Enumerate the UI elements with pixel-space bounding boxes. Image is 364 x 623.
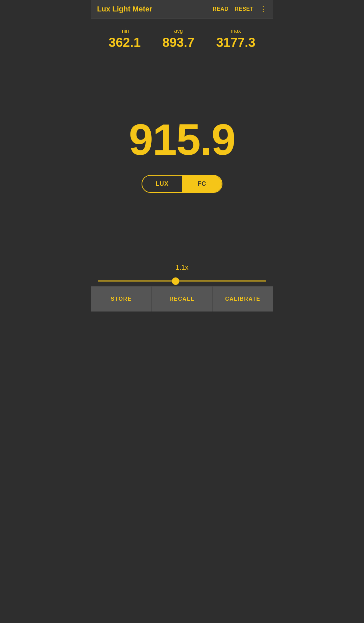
stat-min: min 362.1 [109,28,141,50]
calibration-slider[interactable] [98,280,266,281]
reset-button[interactable]: RESET [235,6,253,12]
main-reading-container: 915.9 LUX FC [91,53,273,257]
min-value: 362.1 [109,35,141,50]
fc-button[interactable]: FC [182,176,222,192]
unit-toggle: LUX FC [142,175,222,193]
read-button[interactable]: READ [213,6,229,12]
toolbar-actions: READ RESET ⋮ [213,5,267,13]
stat-max: max 3177.3 [216,28,255,50]
max-value: 3177.3 [216,35,255,50]
bottom-buttons: STORE RECALL CALIBRATE [91,286,273,312]
store-button[interactable]: STORE [91,287,152,312]
overflow-menu-button[interactable]: ⋮ [260,5,267,13]
toolbar: Lux Light Meter READ RESET ⋮ [91,0,273,19]
min-label: min [120,28,129,34]
lux-button[interactable]: LUX [142,176,182,192]
calibrate-button[interactable]: CALIBRATE [213,287,273,312]
multiplier-label: 1.1x [98,264,266,271]
avg-label: avg [174,28,183,34]
stat-avg: avg 893.7 [162,28,194,50]
recall-button[interactable]: RECALL [152,287,212,312]
max-label: max [231,28,241,34]
main-reading-value: 915.9 [129,118,235,161]
slider-section: 1.1x [91,257,273,286]
app-title: Lux Light Meter [97,5,213,13]
stats-row: min 362.1 avg 893.7 max 3177.3 [91,19,273,53]
avg-value: 893.7 [162,35,194,50]
